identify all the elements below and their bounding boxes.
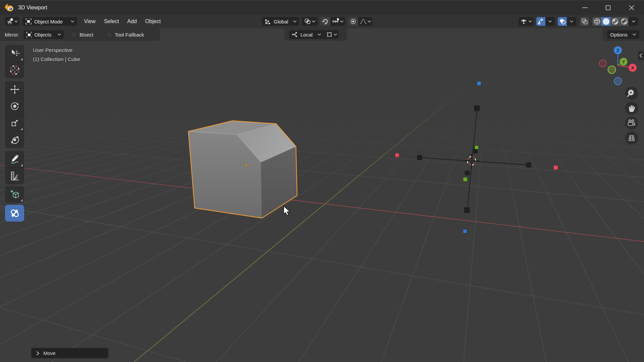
svg-text:Y: Y [622, 60, 625, 64]
svg-text:X: X [631, 66, 634, 70]
svg-text:Z: Z [616, 48, 619, 53]
